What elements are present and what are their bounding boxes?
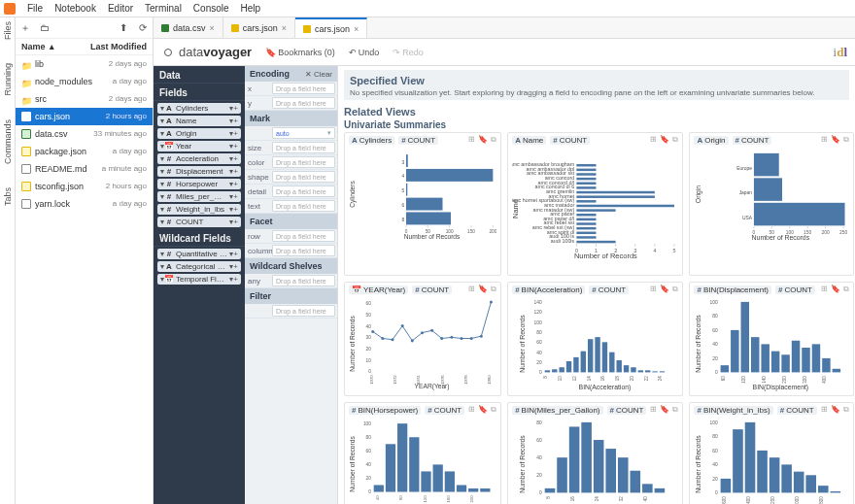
field-pill[interactable]: ▾📅Temporal Fields▾+ <box>157 274 241 285</box>
bookmark-icon[interactable]: 🔖 <box>478 405 488 415</box>
bookmark-icon[interactable]: 🔖 <box>478 285 488 294</box>
encoded-field[interactable]: # COUNT <box>412 286 452 294</box>
chart-accel[interactable]: Number of Records 8101214161820222402040… <box>512 296 678 391</box>
encoded-field[interactable]: # COUNT <box>425 406 464 415</box>
bookmark-icon[interactable]: 🔖 <box>660 405 669 415</box>
close-icon[interactable]: × <box>354 24 359 34</box>
chart-disp[interactable]: Number of Records 6010014020030040002040… <box>694 296 848 391</box>
encoded-field[interactable]: # BIN(Acceleration) <box>512 286 585 294</box>
close-icon[interactable]: × <box>282 23 287 33</box>
rail-tab-running[interactable]: Running <box>3 63 13 96</box>
spec-icon[interactable]: ⊞ <box>821 285 828 294</box>
field-pill[interactable]: ▾ACylinders▾+ <box>157 103 241 114</box>
menu-terminal[interactable]: Terminal <box>145 3 182 14</box>
field-pill[interactable]: ▾#COUNT▾+ <box>157 217 241 227</box>
encoded-field[interactable]: A Origin <box>694 136 728 145</box>
file-row[interactable]: node_modulesa day ago <box>16 73 153 90</box>
encoded-field[interactable]: # COUNT <box>733 136 772 145</box>
add-field-icon[interactable]: + <box>233 275 238 284</box>
chart-cyl[interactable]: Cylinders 34568050100150200 Number of Re… <box>349 147 496 242</box>
field-pill[interactable]: ▾ACategorical Fields▾+ <box>157 261 241 272</box>
encoded-field[interactable]: A Cylinders <box>349 136 394 145</box>
encoded-field[interactable]: A Name <box>512 136 546 145</box>
rail-tab-tabs[interactable]: Tabs <box>3 187 13 206</box>
encoding-shelf[interactable]: Drop a field here <box>272 275 335 286</box>
encoding-shelf[interactable]: Drop a field here <box>272 185 335 197</box>
menu-help[interactable]: Help <box>241 3 261 14</box>
add-field-icon[interactable]: + <box>233 129 238 138</box>
refresh-icon[interactable]: ⟳ <box>137 22 149 34</box>
document-tab[interactable]: cars.json× <box>223 17 295 38</box>
spec-icon[interactable]: ⊞ <box>468 285 475 294</box>
field-pill[interactable]: ▾#Miles_per_Gallon▾+ <box>157 191 241 202</box>
filter-shelf[interactable]: Drop a field here <box>272 305 335 317</box>
chart-mpg[interactable]: Number of Records 816243240020406080 BIN… <box>512 417 678 504</box>
add-field-icon[interactable]: + <box>233 104 238 113</box>
copy-icon[interactable]: ⧉ <box>491 135 496 145</box>
chart-name[interactable]: Name amc ambassador broughamamc ambassad… <box>512 147 678 271</box>
copy-icon[interactable]: ⧉ <box>672 285 678 294</box>
bookmark-icon[interactable]: 🔖 <box>831 405 840 415</box>
field-pill[interactable]: ▾#Quantitative Fields▾+ <box>157 249 241 259</box>
menu-notebook[interactable]: Notebook <box>54 3 96 14</box>
spec-icon[interactable]: ⊞ <box>821 405 828 415</box>
menu-editor[interactable]: Editor <box>108 3 133 14</box>
add-field-icon[interactable]: + <box>233 218 238 226</box>
copy-icon[interactable]: ⧉ <box>491 285 496 294</box>
encoded-field[interactable]: # COUNT <box>589 286 629 294</box>
copy-icon[interactable]: ⧉ <box>843 285 849 294</box>
encoded-field[interactable]: # BIN(Horsepower) <box>349 406 421 415</box>
add-field-icon[interactable]: + <box>233 142 238 151</box>
encoded-field[interactable]: # BIN(Miles_per_Gallon) <box>512 406 602 415</box>
bookmarks-button[interactable]: 🔖 Bookmarks (0) <box>265 48 335 57</box>
field-pill[interactable]: ▾#Acceleration▾+ <box>157 153 241 164</box>
spec-icon[interactable]: ⊞ <box>650 405 657 415</box>
bookmark-icon[interactable]: 🔖 <box>660 285 669 294</box>
file-row[interactable]: package.jsona day ago <box>16 143 153 160</box>
add-field-icon[interactable]: + <box>233 250 238 258</box>
file-row[interactable]: README.mda minute ago <box>16 160 153 178</box>
copy-icon[interactable]: ⧉ <box>491 405 496 415</box>
new-file-icon[interactable]: ＋ <box>19 22 31 34</box>
chart-hp[interactable]: Number of Records 4080120160200020406080… <box>349 417 496 504</box>
encoding-shelf[interactable]: Drop a field here <box>272 142 335 153</box>
file-row[interactable]: src2 days ago <box>16 90 153 108</box>
file-row[interactable]: lib2 days ago <box>16 55 153 73</box>
add-field-icon[interactable]: + <box>233 192 238 201</box>
encoding-shelf[interactable]: Drop a field here <box>272 97 335 109</box>
bookmark-icon[interactable]: 🔖 <box>478 135 488 145</box>
encoded-field[interactable]: # BIN(Displacement) <box>694 286 771 294</box>
copy-icon[interactable]: ⧉ <box>672 405 678 415</box>
field-pill[interactable]: ▾AOrigin▾+ <box>157 128 241 139</box>
chart-origin[interactable]: Origin EuropeJapanUSA050100150200250 Num… <box>694 147 848 242</box>
encoded-field[interactable]: # COUNT <box>398 136 438 145</box>
field-pill[interactable]: ▾#Displacement▾+ <box>157 166 241 177</box>
field-pill[interactable]: ▾AName▾+ <box>157 116 241 126</box>
encoding-shelf[interactable]: Drop a field here <box>272 83 335 94</box>
copy-icon[interactable]: ⧉ <box>672 135 678 145</box>
bookmark-icon[interactable]: 🔖 <box>831 135 840 145</box>
document-tab[interactable]: cars.json× <box>295 17 367 38</box>
undo-button[interactable]: ↶ Undo <box>349 48 380 57</box>
mark-selector[interactable]: auto▾ <box>272 127 335 139</box>
encoding-shelf[interactable]: Drop a field here <box>272 156 335 168</box>
clear-encoding-button[interactable]: ✕ Clear <box>305 70 332 79</box>
add-field-icon[interactable]: + <box>233 262 238 271</box>
file-row[interactable]: cars.json2 hours ago <box>16 108 153 125</box>
encoding-shelf[interactable]: Drop a field here <box>272 171 335 183</box>
bookmark-icon[interactable]: 🔖 <box>660 135 669 145</box>
document-tab[interactable]: data.csv× <box>154 17 223 38</box>
field-pill[interactable]: ▾#Weight_in_lbs▾+ <box>157 204 241 215</box>
add-field-icon[interactable]: + <box>233 167 238 176</box>
field-pill[interactable]: ▾📅Year▾+ <box>157 141 241 151</box>
new-folder-icon[interactable]: 🗀 <box>39 22 51 34</box>
encoding-shelf[interactable]: Drop a field here <box>272 200 335 212</box>
copy-icon[interactable]: ⧉ <box>843 135 849 145</box>
chart-weight[interactable]: Number of Records 1600240032004000480002… <box>694 417 848 504</box>
add-field-icon[interactable]: + <box>233 154 238 163</box>
file-row[interactable]: yarn.locka day ago <box>16 195 153 213</box>
field-pill[interactable]: ▾#Horsepower▾+ <box>157 179 241 189</box>
copy-icon[interactable]: ⧉ <box>843 405 849 415</box>
close-icon[interactable]: × <box>210 23 215 33</box>
file-row[interactable]: data.csv33 minutes ago <box>16 125 153 143</box>
